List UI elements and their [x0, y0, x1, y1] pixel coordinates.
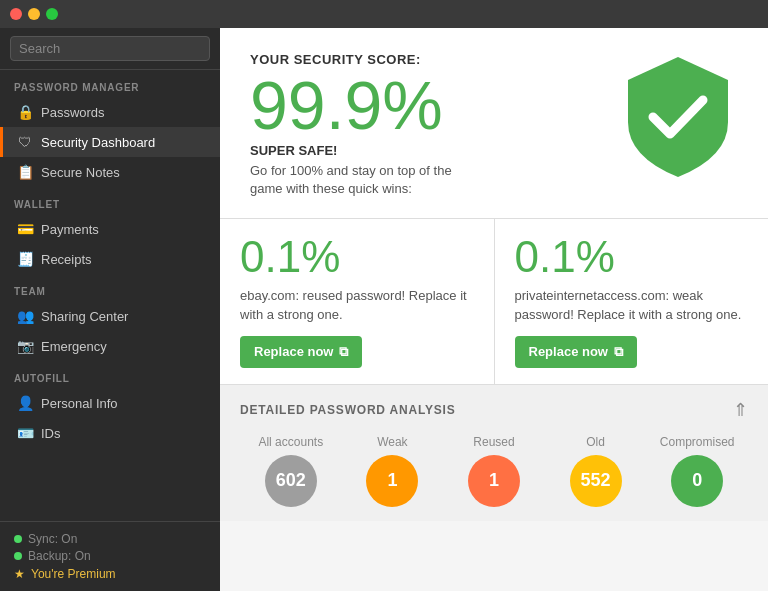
analysis-col-label-3: Old	[586, 435, 605, 449]
analysis-badge-4[interactable]: 0	[671, 455, 723, 507]
sidebar-section-label: WALLET	[0, 187, 220, 214]
sidebar-item-ids[interactable]: 🪪IDs	[0, 418, 220, 448]
titlebar	[0, 0, 768, 28]
sidebar-item-sharing-center[interactable]: 👥Sharing Center	[0, 301, 220, 331]
issue-desc-1: privateinternetaccess.com: weak password…	[515, 287, 749, 323]
analysis-badge-3[interactable]: 552	[570, 455, 622, 507]
replace-now-button-1[interactable]: Replace now⧉	[515, 336, 637, 368]
security-dashboard-icon: 🛡	[17, 134, 33, 150]
analysis-col-label-0: All accounts	[258, 435, 323, 449]
issues-row: 0.1%ebay.com: reused password! Replace i…	[220, 219, 768, 384]
sidebar-footer: Sync: On Backup: On ★ You're Premium	[0, 521, 220, 591]
score-left: YOUR SECURITY SCORE: 99.9% SUPER SAFE! G…	[250, 52, 470, 198]
replace-btn-label: Replace now	[254, 344, 333, 359]
sidebar-item-label: Secure Notes	[41, 165, 120, 180]
sidebar-item-label: Emergency	[41, 339, 107, 354]
issue-card-1: 0.1%privateinternetaccess.com: weak pass…	[495, 219, 769, 383]
premium-status: ★ You're Premium	[14, 567, 206, 581]
sidebar-item-passwords[interactable]: 🔒Passwords	[0, 97, 220, 127]
payments-icon: 💳	[17, 221, 33, 237]
sidebar-item-personal-info[interactable]: 👤Personal Info	[0, 388, 220, 418]
issue-percent-0: 0.1%	[240, 235, 474, 279]
analysis-columns: All accounts602Weak1Reused1Old552Comprom…	[240, 435, 748, 507]
backup-dot	[14, 552, 22, 560]
personal-info-icon: 👤	[17, 395, 33, 411]
traffic-lights	[10, 8, 58, 20]
receipts-icon: 🧾	[17, 251, 33, 267]
analysis-col-label-2: Reused	[473, 435, 514, 449]
analysis-col-label-1: Weak	[377, 435, 407, 449]
ids-icon: 🪪	[17, 425, 33, 441]
analysis-badge-2[interactable]: 1	[468, 455, 520, 507]
sidebar-item-label: Personal Info	[41, 396, 118, 411]
replace-btn-icon: ⧉	[614, 344, 623, 360]
analysis-col-4: Compromised0	[646, 435, 748, 507]
search-input[interactable]	[10, 36, 210, 61]
sidebar-item-label: Security Dashboard	[41, 135, 155, 150]
sidebar-item-label: Passwords	[41, 105, 105, 120]
analysis-col-1: Weak1	[342, 435, 444, 507]
score-shield	[618, 52, 738, 186]
analysis-col-3: Old552	[545, 435, 647, 507]
sync-status: Sync: On	[14, 532, 206, 546]
analysis-title: DETAILED PASSWORD ANALYSIS	[240, 403, 455, 417]
score-description: Go for 100% and stay on top of the game …	[250, 162, 470, 198]
sidebar-item-security-dashboard[interactable]: 🛡Security Dashboard	[0, 127, 220, 157]
sync-dot	[14, 535, 22, 543]
replace-now-button-0[interactable]: Replace now⧉	[240, 336, 362, 368]
sidebar-item-emergency[interactable]: 📷Emergency	[0, 331, 220, 361]
sidebar-item-label: IDs	[41, 426, 61, 441]
sidebar-item-payments[interactable]: 💳Payments	[0, 214, 220, 244]
maximize-button[interactable]	[46, 8, 58, 20]
minimize-button[interactable]	[28, 8, 40, 20]
sidebar-section-label: PASSWORD MANAGER	[0, 70, 220, 97]
analysis-badge-0[interactable]: 602	[265, 455, 317, 507]
analysis-col-2: Reused1	[443, 435, 545, 507]
emergency-icon: 📷	[17, 338, 33, 354]
analysis-section: DETAILED PASSWORD ANALYSIS ⇑ All account…	[220, 385, 768, 521]
close-button[interactable]	[10, 8, 22, 20]
analysis-col-0: All accounts602	[240, 435, 342, 507]
analysis-header: DETAILED PASSWORD ANALYSIS ⇑	[240, 399, 748, 421]
score-label: YOUR SECURITY SCORE:	[250, 52, 470, 67]
issue-percent-1: 0.1%	[515, 235, 749, 279]
replace-btn-label: Replace now	[529, 344, 608, 359]
replace-btn-icon: ⧉	[339, 344, 348, 360]
sidebar-section-label: TEAM	[0, 274, 220, 301]
sidebar-item-label: Payments	[41, 222, 99, 237]
secure-notes-icon: 📋	[17, 164, 33, 180]
sidebar-section-label: AUTOFILL	[0, 361, 220, 388]
sidebar-search-container	[0, 28, 220, 70]
analysis-badge-1[interactable]: 1	[366, 455, 418, 507]
issue-card-0: 0.1%ebay.com: reused password! Replace i…	[220, 219, 495, 383]
sidebar-item-label: Sharing Center	[41, 309, 128, 324]
sharing-center-icon: 👥	[17, 308, 33, 324]
backup-status: Backup: On	[14, 549, 206, 563]
app-body: PASSWORD MANAGER🔒Passwords🛡Security Dash…	[0, 28, 768, 591]
score-number: 99.9%	[250, 71, 470, 139]
collapse-icon[interactable]: ⇑	[733, 399, 748, 421]
star-icon: ★	[14, 567, 25, 581]
sidebar: PASSWORD MANAGER🔒Passwords🛡Security Dash…	[0, 28, 220, 591]
issue-desc-0: ebay.com: reused password! Replace it wi…	[240, 287, 474, 323]
sidebar-item-receipts[interactable]: 🧾Receipts	[0, 244, 220, 274]
score-status: SUPER SAFE!	[250, 143, 470, 158]
passwords-icon: 🔒	[17, 104, 33, 120]
main-content: YOUR SECURITY SCORE: 99.9% SUPER SAFE! G…	[220, 28, 768, 591]
sidebar-item-label: Receipts	[41, 252, 92, 267]
analysis-col-label-4: Compromised	[660, 435, 735, 449]
score-area: YOUR SECURITY SCORE: 99.9% SUPER SAFE! G…	[220, 28, 768, 219]
sidebar-item-secure-notes[interactable]: 📋Secure Notes	[0, 157, 220, 187]
